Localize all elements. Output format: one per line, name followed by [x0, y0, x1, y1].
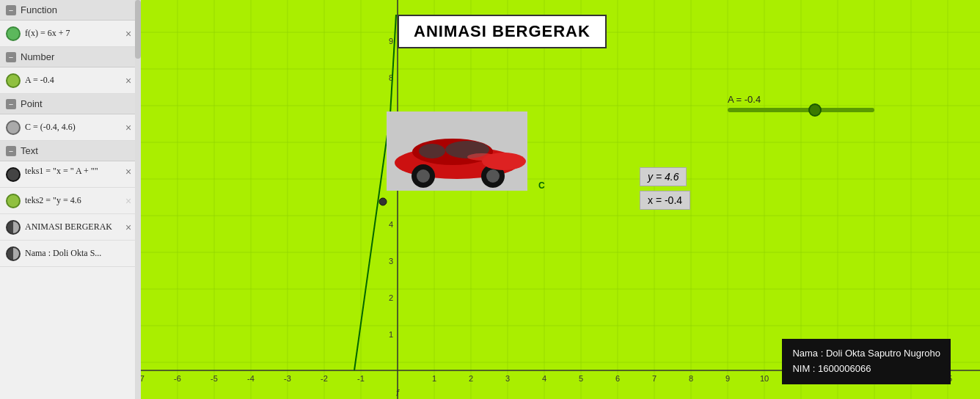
- nama-text: Nama : Doli Okta S...: [25, 248, 134, 259]
- dot-c[interactable]: [6, 120, 21, 135]
- svg-text:5: 5: [579, 374, 583, 383]
- svg-text:-7: -7: [141, 374, 145, 383]
- section-point-label: Point: [21, 98, 43, 109]
- close-teks2-button[interactable]: ×: [122, 195, 134, 207]
- collapse-text-icon: −: [6, 146, 16, 156]
- section-text[interactable]: − Text: [0, 141, 140, 161]
- svg-text:f: f: [396, 387, 400, 398]
- teks2-text: teks2 = "y = 4.6: [25, 195, 122, 206]
- point-c-label: C: [538, 180, 545, 191]
- sidebar: − Function f(x) = 6x + 7 × − Number A = …: [0, 0, 141, 399]
- section-number[interactable]: − Number: [0, 47, 140, 67]
- canvas-title: ANIMASI BERGERAK: [398, 15, 607, 48]
- svg-text:-6: -6: [174, 374, 181, 383]
- animasi-text: ANIMASI BERGERAK: [25, 222, 122, 233]
- text-item-nama: Nama : Doli Okta S...: [0, 241, 140, 267]
- dot-nama[interactable]: [6, 246, 21, 261]
- svg-text:8: 8: [689, 374, 693, 383]
- slider-container: A = -0.4: [728, 94, 874, 112]
- function-item-fx: f(x) = 6x + 7 ×: [0, 21, 140, 47]
- sidebar-scrollbar[interactable]: [135, 0, 141, 399]
- svg-point-79: [482, 153, 526, 170]
- svg-point-67: [379, 198, 387, 205]
- c-text: C = (-0.4, 4.6): [25, 122, 122, 133]
- svg-text:9: 9: [389, 37, 393, 45]
- svg-point-75: [417, 169, 430, 183]
- car-svg: [387, 111, 527, 191]
- section-point[interactable]: − Point: [0, 94, 140, 114]
- text-item-teks2: teks2 = "y = 4.6 ×: [0, 188, 140, 214]
- scrollbar-thumb[interactable]: [135, 0, 141, 59]
- dot-fx[interactable]: [6, 26, 21, 41]
- svg-text:9: 9: [725, 374, 730, 383]
- svg-line-66: [390, 15, 396, 114]
- svg-text:-2: -2: [321, 374, 328, 383]
- dot-teks1[interactable]: [6, 167, 21, 182]
- car-image: [387, 111, 527, 191]
- svg-point-73: [419, 144, 445, 158]
- teks1-text: teks1 = "x = " A + "": [25, 166, 122, 177]
- text-item-animasi: ANIMASI BERGERAK ×: [0, 214, 140, 241]
- svg-text:1: 1: [389, 330, 393, 339]
- text-item-teks1: teks1 = "x = " A + "" ×: [0, 161, 140, 188]
- collapse-function-icon: −: [6, 5, 16, 15]
- svg-text:4: 4: [389, 220, 393, 229]
- name-box: Nama : Doli Okta Saputro Nugroho NIM : 1…: [782, 339, 951, 384]
- name-line2: NIM : 1600006066: [792, 362, 940, 377]
- svg-text:4: 4: [542, 374, 546, 383]
- info-y-box: y = 4.6: [640, 167, 687, 186]
- slider-track[interactable]: [728, 108, 874, 112]
- close-fx-button[interactable]: ×: [122, 28, 134, 40]
- slider-thumb[interactable]: [808, 103, 822, 117]
- info-x-box: x = -0.4: [640, 191, 690, 210]
- svg-line-65: [354, 114, 390, 370]
- slider-label: A = -0.4: [728, 94, 874, 105]
- canvas-area: -7 -6 -5 -4 -3 -2 -1 1 2 3 4 5 6 7 8 9 1…: [141, 0, 980, 399]
- svg-text:6: 6: [615, 374, 620, 383]
- close-animasi-button[interactable]: ×: [122, 222, 134, 233]
- svg-text:2: 2: [469, 374, 473, 383]
- section-number-label: Number: [21, 51, 54, 62]
- name-line1: Nama : Doli Okta Saputro Nugroho: [792, 346, 940, 362]
- dot-animasi[interactable]: [6, 220, 21, 235]
- fx-text: f(x) = 6x + 7: [25, 28, 122, 39]
- svg-text:-5: -5: [211, 374, 218, 383]
- svg-text:-4: -4: [247, 374, 255, 383]
- point-item-c: C = (-0.4, 4.6) ×: [0, 114, 140, 141]
- close-c-button[interactable]: ×: [122, 122, 134, 133]
- section-function-label: Function: [21, 4, 57, 15]
- svg-text:10: 10: [760, 374, 769, 383]
- svg-text:3: 3: [389, 257, 393, 266]
- svg-point-77: [486, 169, 500, 183]
- dot-teks2[interactable]: [6, 194, 21, 208]
- svg-text:3: 3: [505, 374, 510, 383]
- collapse-number-icon: −: [6, 52, 16, 62]
- close-teks1-button[interactable]: ×: [122, 166, 134, 177]
- svg-text:7: 7: [652, 374, 657, 383]
- a-text: A = -0.4: [25, 75, 122, 86]
- svg-text:-1: -1: [357, 374, 365, 383]
- collapse-point-icon: −: [6, 99, 16, 109]
- svg-text:1: 1: [432, 374, 436, 383]
- svg-text:2: 2: [389, 293, 393, 302]
- number-item-a: A = -0.4 ×: [0, 67, 140, 94]
- svg-text:-3: -3: [284, 374, 291, 383]
- close-a-button[interactable]: ×: [122, 75, 134, 87]
- section-text-label: Text: [21, 145, 38, 156]
- section-function[interactable]: − Function: [0, 0, 140, 21]
- dot-a[interactable]: [6, 73, 21, 88]
